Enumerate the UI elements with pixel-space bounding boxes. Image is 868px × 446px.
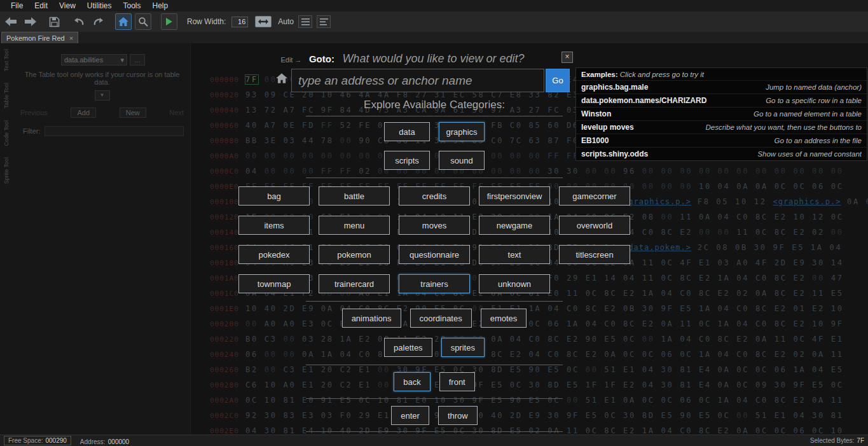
category-credits-button[interactable]: credits (399, 186, 470, 206)
category-gamecorner-button[interactable]: gamecorner (559, 186, 630, 206)
row-width-input[interactable] (231, 17, 248, 27)
address-label: Address: (80, 438, 105, 445)
tab-title: Pokemon Fire Red (6, 34, 65, 42)
examples-header-rest: Click and press go to try it (618, 71, 705, 78)
divider (306, 398, 563, 399)
example-description: Go to a named element in a table (754, 110, 862, 118)
category-trainercard-button[interactable]: trainercard (319, 274, 390, 293)
divider (306, 116, 563, 116)
example-row[interactable]: graphics.bag.maleJump to named data (anc… (576, 80, 867, 94)
search-icon (138, 17, 148, 27)
category-bag-button[interactable]: bag (238, 186, 310, 206)
category-row: scriptssound (207, 151, 662, 170)
menu-bar: FileEditViewUtilitiesToolsHelp (0, 0, 868, 11)
categories-heading: Explore Available Categories: (207, 98, 662, 112)
goto-subtitle: What would you like to view or edit? (342, 52, 524, 65)
menu-file[interactable]: File (5, 1, 29, 10)
menu-edit[interactable]: Edit (29, 1, 53, 10)
divider (306, 365, 563, 365)
category-emotes-button[interactable]: emotes (481, 309, 527, 328)
free-space-value: 000290 (45, 437, 66, 444)
category-questionnaire-button[interactable]: questionnaire (399, 245, 470, 264)
auto-width-label: Auto (278, 17, 294, 26)
go-button[interactable]: Go (546, 69, 570, 92)
category-row: enterthrow (207, 406, 662, 425)
undo-button[interactable] (71, 13, 87, 30)
lines-even-icon (301, 18, 310, 25)
category-firstpersonview-button[interactable]: firstpersonview (479, 186, 550, 206)
forward-button[interactable] (22, 13, 39, 30)
category-text-button[interactable]: text (479, 245, 550, 264)
main-area: Text ToolTable ToolCode ToolSprite Tool … (0, 43, 868, 435)
category-unknown-button[interactable]: unknown (479, 274, 550, 293)
tab-close-icon[interactable]: × (69, 34, 73, 42)
selected-bytes-value: 7F (857, 437, 864, 444)
examples-header-bold: Examples: (581, 71, 618, 78)
play-icon (165, 17, 173, 26)
row-width-label: Row Width: (187, 17, 226, 26)
category-row: palettessprites (207, 338, 662, 357)
menu-tools[interactable]: Tools (118, 1, 147, 10)
redo-icon (93, 17, 104, 26)
category-back-button[interactable]: back (394, 372, 430, 391)
home-button[interactable] (115, 13, 132, 30)
menu-view[interactable]: View (53, 1, 81, 10)
category-overworld-button[interactable]: overworld (559, 216, 630, 235)
category-menu-button[interactable]: menu (319, 216, 390, 235)
category-graphics-button[interactable]: graphics (439, 122, 485, 141)
example-description: Show uses of a named constant (757, 150, 862, 158)
category-trainers-button[interactable]: trainers (399, 274, 470, 293)
back-arrow-icon (4, 17, 17, 27)
divider (306, 431, 563, 432)
category-pokedex-button[interactable]: pokedex (238, 245, 310, 264)
category-townmap-button[interactable]: townmap (238, 274, 310, 293)
example-description: Go to a specific row in a table (766, 97, 862, 104)
category-palettes-button[interactable]: palettes (384, 338, 432, 357)
goto-address-input[interactable] (291, 69, 544, 92)
category-row: backfront (207, 372, 662, 391)
category-row: datagraphics (207, 122, 662, 141)
example-description: Describe what you want, then use the but… (706, 123, 862, 131)
category-enter-button[interactable]: enter (391, 406, 429, 425)
lines-compact-icon (320, 18, 328, 25)
category-animations-button[interactable]: animations (342, 309, 401, 328)
app-window: FileEditViewUtilitiesToolsHelp Row Width… (0, 0, 868, 446)
category-newgame-button[interactable]: newgame (479, 216, 550, 235)
category-throw-button[interactable]: throw (438, 406, 478, 425)
search-button[interactable] (135, 13, 151, 30)
category-sound-button[interactable]: sound (439, 151, 485, 170)
menu-help[interactable]: Help (147, 1, 174, 10)
category-pokemon-button[interactable]: pokemon (319, 245, 390, 264)
category-sprites-button[interactable]: sprites (441, 338, 485, 357)
redo-button[interactable] (90, 13, 107, 30)
forward-arrow-icon (24, 17, 37, 27)
category-row: animationscoordinatesemotes (207, 309, 662, 328)
category-scripts-button[interactable]: scripts (384, 151, 430, 170)
example-description: Go to an address in the file (775, 137, 862, 144)
category-front-button[interactable]: front (439, 372, 475, 391)
undo-icon (73, 17, 85, 26)
category-items-button[interactable]: items (238, 216, 310, 235)
back-button[interactable] (3, 13, 19, 30)
category-titlescreen-button[interactable]: titlescreen (559, 245, 630, 264)
save-icon (49, 17, 60, 27)
home-icon (118, 17, 129, 27)
category-battle-button[interactable]: battle (319, 186, 390, 206)
selected-bytes-label: Selected Bytes: (810, 437, 854, 444)
goto-overlay: × Edit → Goto: What would you like to vi… (0, 43, 868, 435)
divider (306, 301, 563, 302)
even-columns-button[interactable] (298, 15, 312, 28)
category-data-button[interactable]: data (384, 122, 430, 141)
free-space-indicator: Free Space: 000290 (4, 436, 71, 445)
address-value: 000000 (108, 438, 129, 445)
compact-columns-button[interactable] (317, 15, 331, 28)
save-button[interactable] (46, 13, 62, 30)
tab-pokemon-fire-red[interactable]: Pokemon Fire Red × (1, 32, 78, 43)
toolbar: Row Width: Auto (0, 11, 868, 32)
menu-utilities[interactable]: Utilities (81, 1, 118, 10)
example-description: Jump to named data (anchor) (766, 83, 862, 91)
category-moves-button[interactable]: moves (399, 216, 470, 235)
run-button[interactable] (161, 13, 177, 30)
category-coordinates-button[interactable]: coordinates (410, 309, 472, 328)
fit-width-button[interactable] (255, 16, 272, 27)
